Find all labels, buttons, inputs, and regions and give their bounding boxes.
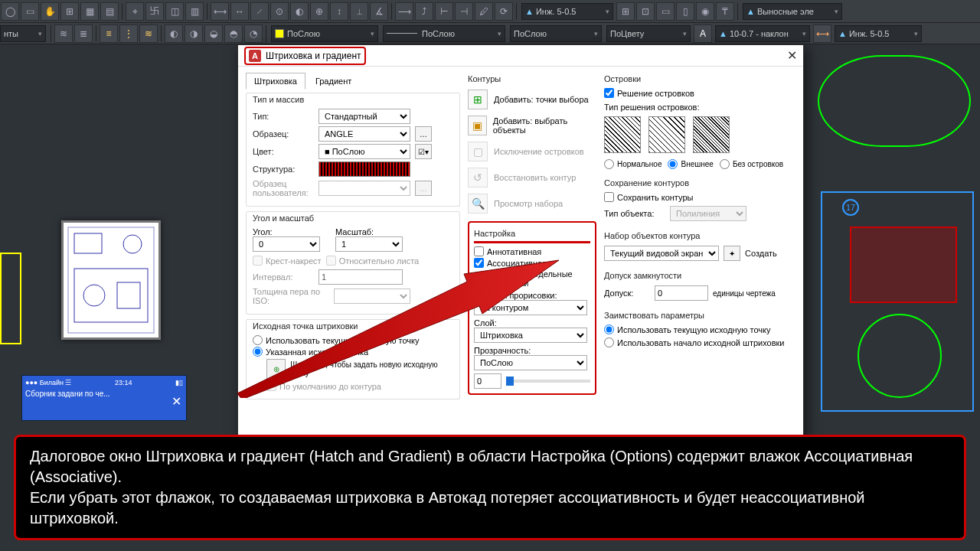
plot-combo[interactable]: ПоЦвету▾ bbox=[606, 25, 691, 42]
tool-icon[interactable]: ◫ bbox=[165, 2, 184, 21]
add-select-objects-button[interactable]: ▣Добавить: выбрать объекты bbox=[468, 116, 596, 135]
pattern-browse-button[interactable]: … bbox=[415, 126, 432, 142]
transparency-value-input[interactable] bbox=[474, 373, 501, 389]
dim-icon[interactable]: ⟳ bbox=[495, 2, 513, 21]
color-combo[interactable]: ПоСлою▾ bbox=[271, 25, 378, 42]
dimstyle-combo[interactable]: ▲ Инж. 5-0.5▾ bbox=[835, 25, 922, 42]
tool-icon[interactable]: ◯ bbox=[1, 2, 19, 21]
cross-check: Крест-накрест bbox=[253, 256, 322, 266]
layer-icon[interactable]: ≋ bbox=[54, 24, 73, 43]
pick-origin-button[interactable]: ⊕ bbox=[266, 359, 286, 379]
phone-mockup: ●●● Билайн ☰23:14▮▯ Сборник задани по че… bbox=[21, 375, 187, 421]
gap-input[interactable] bbox=[655, 285, 708, 301]
dim-icon[interactable]: ⟂ bbox=[350, 2, 368, 21]
island-outer-radio[interactable]: Внешнее bbox=[668, 159, 713, 169]
tool-icon[interactable]: ◉ bbox=[696, 2, 714, 21]
dialog-title-highlight: A Штриховка и градиент bbox=[244, 47, 366, 65]
associative-check[interactable]: Ассоциативная bbox=[474, 258, 590, 268]
layer-combo[interactable]: ▲ Инж. 5-0.5▾ bbox=[521, 3, 613, 20]
relsheet-check: Относительно листа bbox=[326, 256, 420, 266]
island-style-ignore[interactable] bbox=[693, 116, 730, 153]
tool-icon[interactable]: ◓ bbox=[224, 24, 243, 43]
dim-icon[interactable]: ⟷ bbox=[813, 24, 831, 43]
inherit-source-radio[interactable]: Использовать начало исходной штриховки bbox=[604, 337, 795, 347]
txtstyle-combo[interactable]: ▲ 10-0.7 - наклон▾ bbox=[715, 25, 810, 42]
dim-icon[interactable]: ⟷ bbox=[211, 2, 229, 21]
transparency-select[interactable]: ПоСлою bbox=[474, 355, 587, 370]
close-icon[interactable]: ✕ bbox=[787, 48, 797, 63]
tool-icon[interactable]: ▭ bbox=[656, 2, 675, 21]
tool-icon[interactable]: ▭ bbox=[21, 2, 39, 21]
color-select[interactable]: ■ ПоСлою bbox=[318, 144, 410, 159]
scale-select[interactable]: 1 bbox=[335, 236, 403, 252]
island-style-normal[interactable] bbox=[604, 116, 641, 153]
layer-icon[interactable]: ⋮ bbox=[119, 24, 138, 43]
tool-icon[interactable]: ▥ bbox=[185, 2, 204, 21]
color-swatch-button[interactable]: ☑▾ bbox=[415, 144, 432, 159]
tool-icon[interactable]: ₸ bbox=[716, 2, 734, 21]
layer-select[interactable]: Штриховка bbox=[474, 328, 587, 343]
island-normal-radio[interactable]: Нормальное bbox=[604, 159, 662, 169]
origin-default-check: По умолчанию до контура bbox=[266, 381, 453, 391]
dim-icon[interactable]: ⟶ bbox=[395, 2, 413, 21]
swatch-preview[interactable] bbox=[318, 161, 410, 177]
view-selection-button: 🔍Просмотр набора bbox=[468, 194, 596, 214]
island-ignore-radio[interactable]: Без островков bbox=[720, 159, 783, 169]
objtype-select: Полилиния bbox=[670, 206, 746, 221]
layer-icon[interactable]: ≣ bbox=[74, 24, 93, 43]
tool-icon[interactable]: ⊞ bbox=[60, 2, 79, 21]
tool-icon[interactable]: ▦ bbox=[80, 2, 99, 21]
lweight-combo[interactable]: ПоСлою▾ bbox=[510, 25, 602, 42]
dim-icon[interactable]: ⊢ bbox=[435, 2, 453, 21]
text-icon[interactable]: A bbox=[694, 24, 712, 43]
dim-icon[interactable]: ↕ bbox=[330, 2, 348, 21]
retain-check[interactable]: Сохранить контуры bbox=[604, 192, 795, 202]
pattern-select[interactable]: ANGLE bbox=[318, 126, 410, 142]
combo[interactable]: нты▾ bbox=[0, 25, 46, 42]
ltype-combo[interactable]: ПоСлою▾ bbox=[383, 25, 505, 42]
origin-current-radio[interactable]: Использовать текущую исходную точку bbox=[253, 335, 453, 345]
dim-icon[interactable]: ⊙ bbox=[270, 2, 289, 21]
separate-check[interactable]: Создавать отдельные штриховки bbox=[474, 269, 590, 288]
transparency-slider[interactable] bbox=[506, 380, 590, 383]
drawing-thumbnail bbox=[61, 220, 161, 340]
tool-icon[interactable]: ⊞ bbox=[616, 2, 635, 21]
dim-icon[interactable]: 🖊 bbox=[475, 2, 493, 21]
annot-combo[interactable]: ▲ Выносные эле▾ bbox=[743, 3, 842, 20]
pan-icon[interactable]: ✋ bbox=[41, 2, 59, 21]
tool-icon[interactable]: ⌖ bbox=[126, 2, 144, 21]
layer-icon[interactable]: ≡ bbox=[100, 24, 118, 43]
tool-icon[interactable]: ⊡ bbox=[636, 2, 655, 21]
tool-icon[interactable]: ◑ bbox=[185, 24, 203, 43]
add-pick-points-button[interactable]: ⊞Добавить: точки выбора bbox=[468, 90, 596, 109]
tab-gradient[interactable]: Градиент bbox=[307, 73, 360, 90]
dim-icon[interactable]: ◐ bbox=[290, 2, 309, 21]
island-detect-check[interactable]: Решение островков bbox=[604, 88, 795, 98]
dim-icon[interactable]: ⊣ bbox=[455, 2, 473, 21]
tool-icon[interactable]: ▯ bbox=[676, 2, 694, 21]
annotative-check[interactable]: Аннотативная bbox=[474, 246, 590, 256]
angle-select[interactable]: 0 bbox=[253, 236, 320, 252]
options-highlight-box: Настройка Аннотативная Ассоциативная Соз… bbox=[468, 221, 596, 395]
tool-icon[interactable]: ◐ bbox=[165, 24, 183, 43]
dim-icon[interactable]: ⤴ bbox=[415, 2, 433, 21]
tool-icon[interactable]: ◒ bbox=[204, 24, 223, 43]
tool-icon[interactable]: 卐 bbox=[145, 2, 164, 21]
island-style-outer[interactable] bbox=[648, 116, 685, 153]
tool-icon[interactable]: ▤ bbox=[100, 2, 119, 21]
annotation-box: Далоговое окно Штриховка и градиент (Hat… bbox=[14, 435, 966, 540]
dim-icon[interactable]: ∡ bbox=[370, 2, 388, 21]
dim-icon[interactable]: ⊕ bbox=[310, 2, 328, 21]
layer-icon[interactable]: ≋ bbox=[139, 24, 158, 43]
tab-hatch[interactable]: Штриховка bbox=[246, 73, 305, 90]
draworder-select[interactable]: За контуром bbox=[474, 300, 587, 315]
dim-icon[interactable]: ↔ bbox=[230, 2, 249, 21]
dim-icon[interactable]: ⟋ bbox=[250, 2, 269, 21]
tool-icon[interactable]: ◔ bbox=[244, 24, 263, 43]
inherit-current-radio[interactable]: Использовать текущую исходную точку bbox=[604, 324, 795, 334]
origin-specified-radio[interactable]: Указанная исходная точка bbox=[253, 347, 453, 357]
new-boundary-icon-button[interactable]: ✦ bbox=[724, 246, 740, 261]
type-select[interactable]: Стандартный bbox=[318, 109, 410, 124]
group-type: Тип и массив bbox=[247, 93, 459, 104]
boundaryset-select[interactable]: Текущий видовой экран bbox=[604, 246, 719, 261]
